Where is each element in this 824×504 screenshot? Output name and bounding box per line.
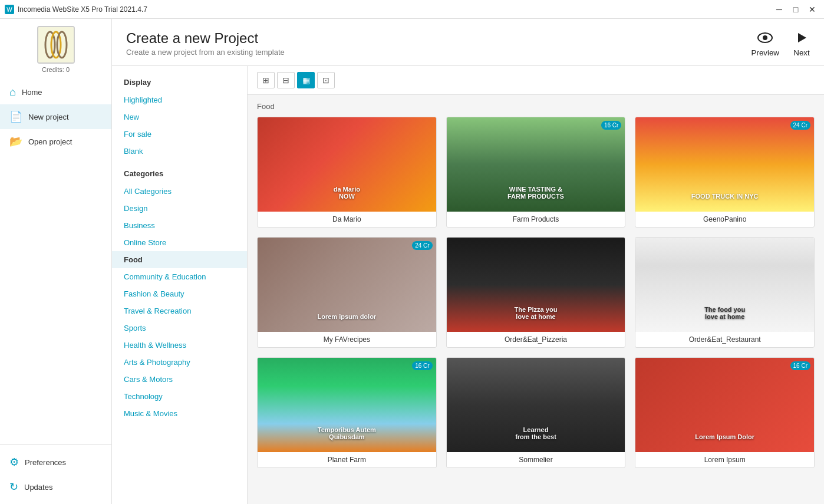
minimize-button[interactable]: ─ xyxy=(772,4,786,15)
cat-for-sale[interactable]: For sale xyxy=(112,126,247,143)
category-sidebar: Display Highlighted New For sale Blank C… xyxy=(112,66,248,504)
preview-label: Preview xyxy=(752,48,779,57)
toolbar: ⊞ ⊟ ▦ ⊡ xyxy=(248,66,824,95)
template-name-geeno: GeenoPanino xyxy=(635,212,814,227)
preferences-label: Preferences xyxy=(25,458,66,467)
templates-grid: da MarioNOW Da Mario 16 Cr WINE TASTING … xyxy=(257,117,815,468)
close-button[interactable]: ✕ xyxy=(805,4,819,15)
header-titles: Create a new Project Create a new projec… xyxy=(126,30,285,57)
next-button[interactable]: Next xyxy=(793,29,810,57)
thumb-geeno: 24 Cr FOOD TRUCK IN NYC xyxy=(635,117,814,212)
app-logo: Credits: 0 xyxy=(0,26,111,73)
app-icon: W xyxy=(5,5,14,14)
content-area: Display Highlighted New For sale Blank C… xyxy=(112,66,824,504)
template-name-planet: Planet Farm xyxy=(258,452,436,467)
template-planet[interactable]: 16 Cr Temporibus AutemQuibusdam Planet F… xyxy=(257,357,437,468)
badge-lorem: 16 Cr xyxy=(790,361,810,370)
sidebar-item-new-project[interactable]: 📄 New project xyxy=(0,104,111,129)
badge-geeno: 24 Cr xyxy=(790,121,810,130)
large-grid-button[interactable]: ⊞ xyxy=(257,72,275,88)
nav-items: ⌂ Home 📄 New project 📂 Open project xyxy=(0,80,111,444)
left-sidebar: Credits: 0 ⌂ Home 📄 New project 📂 Open p… xyxy=(0,19,112,504)
new-project-icon: 📄 xyxy=(9,110,22,123)
cat-blank[interactable]: Blank xyxy=(112,143,247,160)
new-project-label: New project xyxy=(28,113,69,121)
updates-icon: ↻ xyxy=(9,480,18,493)
thumb-da-mario: da MarioNOW xyxy=(258,117,436,212)
window-title: Incomedia WebSite X5 Pro Trial 2021.4.7 xyxy=(18,5,772,14)
cat-community[interactable]: Community & Education xyxy=(112,268,247,285)
badge-farm: 16 Cr xyxy=(601,121,621,130)
template-order-pizzeria[interactable]: The Pizza youlove at home Order&Eat_Pizz… xyxy=(446,237,626,348)
app-body: Credits: 0 ⌂ Home 📄 New project 📂 Open p… xyxy=(0,19,824,504)
svg-point-7 xyxy=(763,35,767,40)
cat-new[interactable]: New xyxy=(112,108,247,126)
thumb-myfav: 24 Cr Lorem ipsum dolor xyxy=(258,238,436,332)
preview-button[interactable]: Preview xyxy=(752,29,779,57)
nav-bottom: ⚙ Preferences ↻ Updates xyxy=(0,444,111,504)
cat-food[interactable]: Food xyxy=(112,251,247,268)
thumb-farm: 16 Cr WINE TASTING &FARM PRODUCTS xyxy=(447,117,625,212)
sidebar-item-preferences[interactable]: ⚙ Preferences xyxy=(0,450,111,475)
medium-grid-button[interactable]: ⊟ xyxy=(277,72,295,88)
home-label: Home xyxy=(22,88,42,97)
home-icon: ⌂ xyxy=(9,86,16,98)
thumb-planet: 16 Cr Temporibus AutemQuibusdam xyxy=(258,358,436,452)
header-actions: Preview Next xyxy=(752,29,810,57)
cat-online-store[interactable]: Online Store xyxy=(112,234,247,251)
cat-fashion[interactable]: Fashion & Beauty xyxy=(112,285,247,302)
sidebar-item-home[interactable]: ⌂ Home xyxy=(0,80,111,104)
template-da-mario[interactable]: da MarioNOW Da Mario xyxy=(257,117,437,228)
open-project-label: Open project xyxy=(28,137,72,146)
preview-icon xyxy=(757,29,773,46)
logo-icon xyxy=(37,26,75,64)
next-label: Next xyxy=(793,48,809,57)
cat-arts[interactable]: Arts & Photography xyxy=(112,354,247,371)
list-view-button[interactable]: ⊡ xyxy=(317,72,335,88)
template-lorem[interactable]: 16 Cr Lorem Ipsum Dolor Lorem Ipsum xyxy=(635,357,815,468)
cat-travel[interactable]: Travel & Recreation xyxy=(112,302,247,319)
maximize-button[interactable]: □ xyxy=(789,4,803,15)
cat-design[interactable]: Design xyxy=(112,200,247,217)
template-farm-products[interactable]: 16 Cr WINE TASTING &FARM PRODUCTS Farm P… xyxy=(446,117,626,228)
thumb-sommelier: Learnedfrom the best xyxy=(447,358,625,452)
credits-label: Credits: 0 xyxy=(42,66,70,73)
template-name-sommelier: Sommelier xyxy=(447,452,625,467)
template-sommelier[interactable]: Learnedfrom the best Sommelier xyxy=(446,357,626,468)
thumb-order-restaurant: The food youlove at home xyxy=(635,238,814,332)
categories-section-title: Categories xyxy=(112,167,247,183)
badge-planet: 16 Cr xyxy=(412,361,432,370)
cat-all-categories[interactable]: All Categories xyxy=(112,183,247,200)
window-controls: ─ □ ✕ xyxy=(772,4,819,15)
updates-label: Updates xyxy=(24,483,52,492)
cat-sports[interactable]: Sports xyxy=(112,319,247,337)
template-name-da-mario: Da Mario xyxy=(258,212,436,227)
small-grid-button[interactable]: ▦ xyxy=(297,72,315,88)
cat-highlighted[interactable]: Highlighted xyxy=(112,91,247,108)
template-name-order-pizzeria: Order&Eat_Pizzeria xyxy=(447,332,625,347)
template-geeno[interactable]: 24 Cr FOOD TRUCK IN NYC GeenoPanino xyxy=(635,117,815,228)
templates-scroll: Food da MarioNOW Da Mario 16 Cr xyxy=(248,95,824,504)
sidebar-item-updates[interactable]: ↻ Updates xyxy=(0,475,111,499)
page-title: Create a new Project xyxy=(126,30,285,47)
display-section-title: Display xyxy=(112,75,247,91)
cat-business[interactable]: Business xyxy=(112,217,247,234)
cat-music[interactable]: Music & Movies xyxy=(112,405,247,422)
title-bar: W Incomedia WebSite X5 Pro Trial 2021.4.… xyxy=(0,0,824,19)
template-name-order-restaurant: Order&Eat_Restaurant xyxy=(635,332,814,347)
thumb-order-pizzeria: The Pizza youlove at home xyxy=(447,238,625,332)
template-order-restaurant[interactable]: The food youlove at home Order&Eat_Resta… xyxy=(635,237,815,348)
sidebar-item-open-project[interactable]: 📂 Open project xyxy=(0,129,111,154)
cat-cars[interactable]: Cars & Motors xyxy=(112,371,247,388)
next-icon xyxy=(793,29,810,46)
svg-text:W: W xyxy=(6,6,12,13)
template-name-myfav: My FAVrecipes xyxy=(258,332,436,347)
cat-tech[interactable]: Technology xyxy=(112,388,247,405)
preferences-icon: ⚙ xyxy=(9,456,19,469)
section-label: Food xyxy=(257,102,815,111)
main-area: Create a new Project Create a new projec… xyxy=(112,19,824,504)
template-name-farm: Farm Products xyxy=(447,212,625,227)
template-myfav[interactable]: 24 Cr Lorem ipsum dolor My FAVrecipes xyxy=(257,237,437,348)
page-subtitle: Create a new project from an existing te… xyxy=(126,48,285,57)
cat-health[interactable]: Health & Wellness xyxy=(112,337,247,354)
